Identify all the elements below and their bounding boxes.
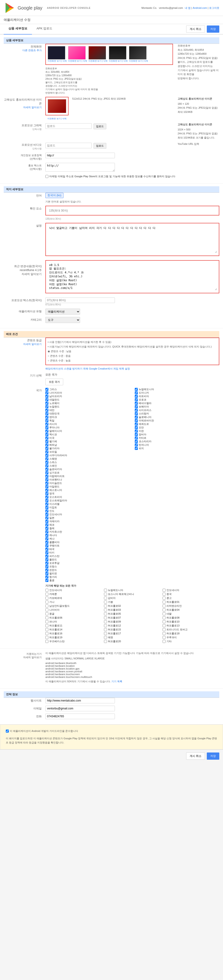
country-kuwait[interactable]: 쿠웨이트 (45, 544, 130, 547)
country2-oman[interactable]: 오만 (135, 426, 220, 429)
country2-qatar[interactable]: 카타르 (135, 436, 220, 440)
dev-item-14[interactable]: 허프롤로02 (104, 604, 161, 608)
dev-item-20[interactable]: 허프롤로05 (104, 612, 161, 616)
all-devices-btn[interactable]: 모든 국가 (45, 379, 63, 385)
promo-video-input[interactable] (45, 143, 92, 148)
dev-item-33[interactable]: 트리니다드 토바고 (162, 628, 219, 631)
dev-item-40[interactable]: 우즈베키스탄 (45, 640, 102, 643)
recent-changes-input[interactable]: v0 1.5 앱 필요조건: 안드로이드 4.*나 4.* 과 인터넷(wifi… (48, 262, 217, 290)
country-colombia[interactable]: 콜롬비아 (45, 541, 130, 544)
dev-item-30[interactable]: 허프롤로13 (162, 624, 219, 627)
country-netherlands[interactable]: 네덜란드 (45, 398, 130, 401)
country-mexico[interactable]: 멕시코 (45, 433, 130, 436)
country2-iran[interactable]: 이란 (135, 429, 220, 433)
dev-item-2[interactable]: 뉴칼레도니아 (104, 589, 161, 592)
country-norway[interactable]: 노르웨이 (45, 401, 130, 405)
promo-video-upload-btn[interactable]: 업로드 (94, 143, 106, 149)
country-malaysia[interactable]: 말레이시아 (45, 429, 130, 433)
logout-link[interactable]: 로그아웃 (209, 6, 219, 9)
country-usa[interactable]: 미국 (45, 436, 130, 440)
country-turkey[interactable]: 터키 (45, 551, 130, 554)
dev-item-6[interactable]: 중국 (162, 592, 219, 596)
dev-item-3[interactable]: 인도네시아 (162, 589, 219, 592)
country-germany[interactable]: 독일 (45, 419, 130, 422)
promo-graphic-input[interactable] (45, 123, 92, 129)
dev-item-22[interactable]: 히프롤로06 (45, 616, 102, 619)
dev-item-27[interactable]: 허프롤로10 (162, 620, 219, 624)
country-japan[interactable]: 일본 (45, 516, 130, 520)
save-button[interactable]: 저장 (207, 25, 219, 33)
dev-item-39[interactable]: 우루과이 (162, 636, 219, 639)
android-link[interactable]: Android.com (193, 6, 207, 9)
country-chile[interactable]: 칠레 (45, 527, 130, 530)
description-input[interactable]: 낙서 몇글하고 기쁨이 넘치며 리지 각기 다 다 다 다 다 다 다 다 다 … (48, 225, 217, 253)
country-southafrica[interactable]: 남아프리카 (45, 395, 130, 398)
dev-item-8[interactable]: 감비아 (104, 597, 161, 600)
country2-venezuela[interactable]: 베네수엘라 (135, 401, 220, 405)
dev-item-25[interactable]: 파나마 (45, 620, 102, 624)
country-kazak[interactable]: 카자흐스탄 (45, 530, 130, 533)
agreement-checkbox[interactable] (6, 730, 9, 733)
dev-item-42[interactable]: 기타 (162, 640, 219, 643)
devices-more-link[interactable]: 기기 목록 (112, 680, 122, 683)
country-portugal[interactable]: 포르투갈 (45, 562, 130, 565)
marketing-checkbox-label[interactable]: 마케팅 이메일 주소로 Google Play Store의 프로그램 및 기능… (45, 175, 219, 178)
country-france[interactable]: 프랑스 (45, 565, 130, 568)
add-screenshot-link[interactable]: 다른 컨텐츠 추가 (4, 49, 42, 52)
country2-latvia[interactable]: 라트비아 (135, 395, 220, 398)
country-israel[interactable]: 이스라엘 (45, 502, 130, 506)
country-finland[interactable]: 핀란드 (45, 568, 130, 572)
country-singapore[interactable]: 싱가포르 (45, 471, 130, 474)
country-denmark[interactable]: 덴마크 (45, 415, 130, 419)
country-slovakia[interactable]: 슬로바키아 (45, 468, 130, 471)
country-egypt[interactable]: 이집트 (45, 506, 130, 509)
country2-srilanka[interactable]: 스리랑카 (135, 412, 220, 415)
country-ireland[interactable]: 아일랜드 (45, 485, 130, 488)
country-india[interactable]: 인도 (45, 509, 130, 513)
dev-item-21[interactable]: 네팔 (162, 612, 219, 616)
rating-learn-link[interactable]: 자세히 알아보기 (4, 342, 42, 346)
dev-item-17[interactable]: 허프롤로03 (104, 608, 161, 612)
country-brazil[interactable]: 브라질 (45, 450, 130, 453)
country-belgium[interactable]: 벨기에 (45, 440, 130, 443)
dev-item-37[interactable]: 허프롤로19 (45, 636, 102, 639)
country-poland[interactable]: 폴란드 (45, 558, 130, 562)
dev-item-9[interactable]: 콩고 (162, 597, 219, 600)
country-philippines[interactable]: 필리핀 (45, 572, 130, 575)
country-pakistan[interactable]: 파키스탄 (45, 554, 130, 558)
website-input[interactable] (45, 698, 115, 703)
dev-item-35[interactable]: 허프롤로17 (104, 632, 161, 635)
country2-domrep[interactable]: 도미니카 (135, 391, 220, 395)
country2-morocco[interactable]: 모로코 (135, 398, 220, 401)
tab-apk-upload[interactable]: APK 업로드 (32, 24, 57, 35)
dev-item-16[interactable]: 나미비아 (45, 608, 102, 612)
country-newzealand[interactable]: 뉴질랜드 (45, 405, 130, 409)
country-indonesia[interactable]: 인도네시아 (45, 513, 130, 516)
dev-item-12[interactable]: 허프롤로01 (162, 600, 219, 604)
agreement-checkbox-label[interactable]: 이 애플리케이션이 Android 개발자 가이드라인을 준수합니다 (6, 729, 78, 733)
privacy-url-input[interactable] (45, 153, 115, 158)
dev-item-24[interactable]: 허프롤로08 (162, 616, 219, 619)
dev-item-7[interactable]: 카보베르데 (45, 597, 102, 600)
country-czech[interactable]: 체코 (45, 523, 130, 527)
country2-newcaledonia[interactable]: 뉴칼레도니아 (135, 388, 220, 391)
country-argentina[interactable]: 아르헨티나 (45, 478, 130, 481)
dev-item-29[interactable]: 허프롤로12 (104, 624, 161, 627)
country-hongkong[interactable]: 홍콩 (45, 579, 130, 582)
dev-item-34[interactable]: 허프롤로16 (45, 632, 102, 635)
dev-item-32[interactable]: 허프롤로15 (104, 628, 161, 631)
country2-tanzania[interactable]: 탄자니아 (135, 443, 220, 447)
country-saudi[interactable]: 사우디아라비아 (45, 453, 130, 457)
ss-control-3[interactable]: 이전화면 보기 | 삭제 (88, 60, 107, 62)
dev-item-28[interactable]: 허프롤로11 (45, 624, 102, 627)
country-bulgaria[interactable]: 불가리아 (45, 447, 130, 450)
country-canada[interactable]: 캐나다 (45, 533, 130, 537)
dev-item-38[interactable]: 예멘 (104, 636, 161, 639)
dev-item-26[interactable]: 허프롤로09 (104, 620, 161, 624)
country-thailand[interactable]: 태국 (45, 547, 130, 551)
country-spain[interactable]: 스페인 (45, 464, 130, 468)
phone-input[interactable] (45, 714, 115, 719)
country2-fiji[interactable]: 피지 (135, 447, 220, 450)
dev-item-1[interactable]: 인도네시아 (45, 589, 102, 592)
country-uk[interactable]: 영국 (45, 492, 130, 495)
